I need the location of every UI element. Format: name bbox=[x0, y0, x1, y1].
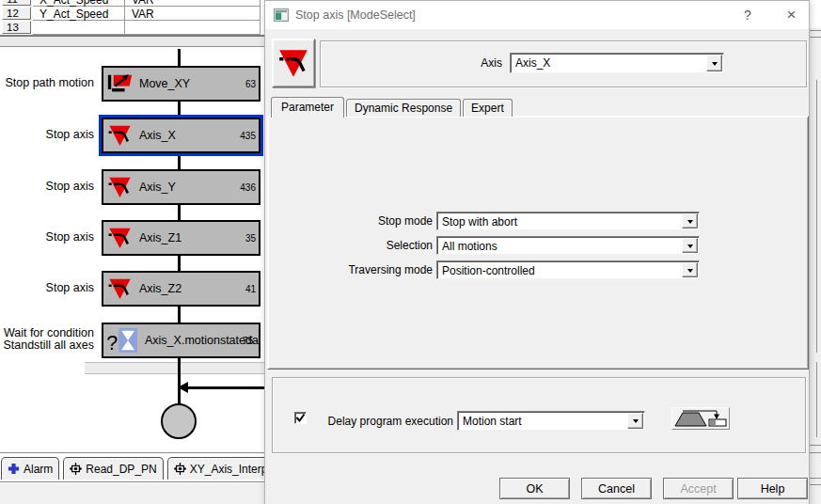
stop-mode-dropdown[interactable]: Stop with abort bbox=[436, 212, 700, 230]
velocity-profile-button[interactable] bbox=[671, 407, 730, 430]
row-number-cell[interactable]: 11 bbox=[2, 0, 31, 6]
stop-axis-command-icon-button[interactable] bbox=[272, 39, 315, 87]
window-tab-label: Read_DP_PN bbox=[86, 463, 156, 476]
cancel-button[interactable]: Cancel bbox=[581, 478, 652, 499]
mcc-chart-icon bbox=[70, 463, 82, 475]
axis-dropdown[interactable]: Axis_X bbox=[510, 53, 724, 73]
merge-line bbox=[187, 386, 264, 389]
path-motion-icon bbox=[107, 71, 133, 96]
delay-value: Motion start bbox=[458, 412, 626, 430]
dropdown-button[interactable] bbox=[627, 413, 643, 429]
ok-button[interactable]: OK bbox=[499, 478, 570, 499]
block-label: Stop axis bbox=[0, 129, 94, 141]
mcc-block-Axis_Z2[interactable]: Axis_Z241 bbox=[102, 271, 261, 307]
dialog-title: Stop axis [ModeSelect] bbox=[295, 8, 416, 22]
block-name: Axis_Y bbox=[139, 181, 176, 194]
traversing-mode-label: Traversing mode bbox=[282, 263, 433, 276]
mcc-chart-icon bbox=[174, 463, 186, 475]
mcc-block-Move_XY[interactable]: Move_XY63 bbox=[102, 66, 261, 102]
stop-mode-value: Stop with abort bbox=[437, 213, 681, 229]
mcc-flowchart: Stop path motionMove_XY63Stop axisAxis_X… bbox=[0, 47, 264, 452]
wait-condition-icon: ? bbox=[106, 327, 138, 354]
var-type-cell[interactable] bbox=[125, 21, 261, 35]
var-type-cell[interactable]: VAR bbox=[125, 0, 261, 7]
var-table-row: 11X_Act_SpeedVAR bbox=[0, 0, 261, 7]
block-number: 63 bbox=[245, 79, 256, 89]
block-name: Move_XY bbox=[139, 77, 190, 90]
block-number: 435 bbox=[240, 131, 256, 141]
dialog-title-icon bbox=[274, 8, 289, 22]
splitter-bar[interactable] bbox=[0, 35, 264, 47]
block-label: Stop axis bbox=[0, 231, 94, 244]
bottom-tabs: AlarmRead_DP_PNXY_Axis_Interpolatio bbox=[1, 457, 301, 480]
row-number-cell[interactable]: 12 bbox=[2, 7, 31, 20]
stop-mode-label: Stop mode bbox=[282, 214, 433, 228]
mcc-block-Axis_X[interactable]: Axis_X435 bbox=[102, 118, 261, 153]
variable-table: 11X_Act_SpeedVAR12Y_Act_SpeedVAR13 bbox=[0, 0, 264, 35]
mcc-block-Axis_X.motionstatedata[interactable]: ?Axis_X.motionstatedata75. bbox=[102, 323, 261, 358]
dialog-close-button[interactable]: × bbox=[774, 1, 809, 29]
stop-axis-dialog: Stop axis [ModeSelect] ? × Axis Axis_X P… bbox=[264, 0, 810, 504]
dialog-help-button[interactable]: ? bbox=[731, 1, 765, 29]
chevron-down-icon bbox=[712, 62, 718, 69]
axis-dropdown-value: Axis_X bbox=[511, 54, 705, 72]
velocity-profile-icon bbox=[673, 409, 728, 428]
traversing-mode-dropdown[interactable]: Position-controlled bbox=[436, 260, 700, 279]
accept-button[interactable]: Accept bbox=[663, 478, 734, 499]
traversing-mode-value: Position-controlled bbox=[437, 261, 681, 278]
block-number: 75. bbox=[243, 336, 256, 346]
stop-axis-icon bbox=[107, 226, 133, 250]
window-tab-label: Alarm bbox=[24, 463, 53, 476]
block-name: Axis_X bbox=[139, 129, 176, 142]
var-name-cell[interactable]: Y_Act_Speed bbox=[33, 7, 125, 21]
var-table-row: 13 bbox=[0, 21, 261, 35]
selection-label: Selection bbox=[282, 239, 433, 252]
var-name-cell[interactable]: X_Act_Speed bbox=[33, 0, 125, 7]
block-name: Axis_Z2 bbox=[139, 282, 182, 295]
end-node[interactable] bbox=[161, 403, 197, 439]
chart-divider-band bbox=[85, 362, 264, 374]
stop-axis-icon bbox=[107, 123, 133, 148]
dialog-titlebar[interactable]: Stop axis [ModeSelect] ? × bbox=[265, 1, 809, 29]
underlying-window-edge bbox=[810, 0, 821, 504]
alarm-icon bbox=[8, 463, 20, 475]
block-number: 35 bbox=[245, 233, 256, 244]
window-tab-read_dp_pn[interactable]: Read_DP_PN bbox=[63, 457, 163, 480]
delay-dropdown[interactable]: Motion start bbox=[457, 411, 645, 431]
merge-arrow-icon bbox=[178, 382, 188, 393]
block-name: Axis_Z1 bbox=[139, 231, 182, 244]
block-label: Stop path motion bbox=[0, 77, 94, 89]
svg-text:?: ? bbox=[106, 332, 118, 354]
selection-dropdown[interactable]: All motions bbox=[436, 236, 700, 255]
tab-dynamic-response[interactable]: Dynamic Response bbox=[346, 99, 461, 117]
window-tab-alarm[interactable]: Alarm bbox=[1, 457, 59, 480]
statusbar bbox=[0, 483, 264, 504]
chevron-down-icon bbox=[687, 244, 693, 251]
block-number: 41 bbox=[245, 284, 256, 294]
block-label: Wait for conditionStandstill all axes bbox=[0, 327, 94, 352]
block-label: Stop axis bbox=[0, 181, 94, 193]
mcc-block-Axis_Z1[interactable]: Axis_Z135 bbox=[102, 220, 261, 256]
chevron-down-icon bbox=[687, 269, 693, 276]
dropdown-button[interactable] bbox=[682, 262, 698, 277]
block-label: Stop axis bbox=[0, 282, 94, 294]
chevron-down-icon bbox=[633, 419, 639, 426]
var-type-cell[interactable]: VAR bbox=[125, 7, 261, 21]
axis-label: Axis bbox=[406, 56, 502, 70]
var-name-cell[interactable] bbox=[33, 21, 125, 35]
dialog-tabs: Parameter Dynamic Response Expert bbox=[271, 97, 514, 117]
dropdown-button[interactable] bbox=[682, 238, 698, 253]
screen: 11X_Act_SpeedVAR12Y_Act_SpeedVAR13 Stop … bbox=[0, 0, 821, 504]
delay-label: Delay program execution bbox=[303, 415, 453, 428]
stop-axis-icon bbox=[276, 45, 310, 81]
var-table-row: 12Y_Act_SpeedVAR bbox=[0, 7, 261, 21]
row-number-cell[interactable]: 13 bbox=[2, 21, 31, 34]
tab-expert[interactable]: Expert bbox=[463, 99, 513, 117]
dropdown-button[interactable] bbox=[682, 213, 698, 228]
mcc-block-Axis_Y[interactable]: Axis_Y436 bbox=[102, 169, 261, 205]
help-button[interactable]: Help bbox=[737, 478, 808, 499]
dropdown-button[interactable] bbox=[706, 55, 722, 71]
stop-axis-icon bbox=[107, 276, 133, 301]
chevron-down-icon bbox=[687, 220, 693, 227]
tab-parameter[interactable]: Parameter bbox=[271, 97, 344, 118]
